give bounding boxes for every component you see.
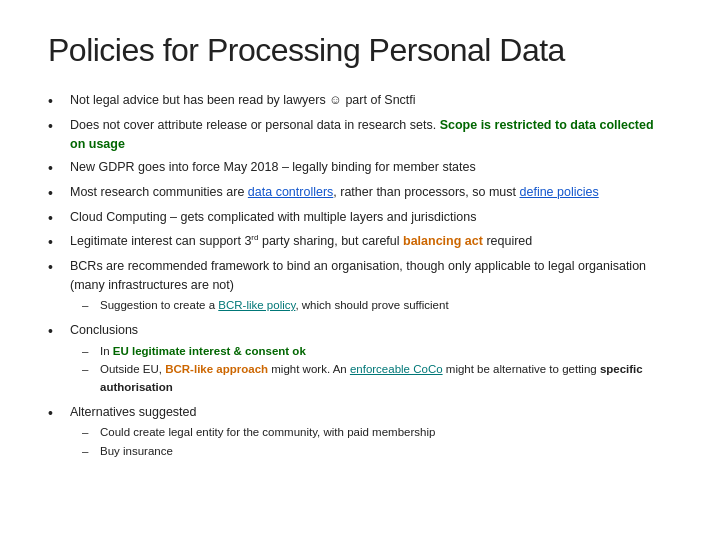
bcr-like-policy-link: BCR-like policy <box>218 299 295 311</box>
bullet-text: Legitimate interest can support 3rd part… <box>70 232 672 252</box>
bullet-icon: • <box>48 233 64 253</box>
sub-list: – Could create legal entity for the comm… <box>82 424 672 461</box>
sub-text: In EU legitimate interest & consent ok <box>100 343 306 361</box>
bcr-approach-highlight: BCR-like approach <box>165 363 268 375</box>
bullet-text: Does not cover attribute release or pers… <box>70 116 672 155</box>
list-item: • Legitimate interest can support 3rd pa… <box>48 232 672 253</box>
bullet-text: Conclusions – In EU legitimate interest … <box>70 321 672 399</box>
bullet-text: BCRs are recommended framework to bind a… <box>70 257 672 318</box>
dash-icon: – <box>82 424 96 442</box>
list-item: • New GDPR goes into force May 2018 – le… <box>48 158 672 179</box>
define-policies-link: define policies <box>520 185 599 199</box>
enforceable-coco-link: enforceable CoCo <box>350 363 443 375</box>
bullet-icon: • <box>48 322 64 342</box>
sub-text: Suggestion to create a BCR-like policy, … <box>100 297 449 315</box>
list-item: • Most research communities are data con… <box>48 183 672 204</box>
list-item: • Not legal advice but has been read by … <box>48 91 672 112</box>
bullet-icon: • <box>48 92 64 112</box>
bullet-icon: • <box>48 258 64 278</box>
bullet-icon: • <box>48 159 64 179</box>
sub-list: – Suggestion to create a BCR-like policy… <box>82 297 672 315</box>
sub-text: Outside EU, BCR-like approach might work… <box>100 361 672 397</box>
balancing-act-highlight: balancing act <box>403 234 483 248</box>
sub-list-item: – Could create legal entity for the comm… <box>82 424 672 442</box>
sub-list-item: – In EU legitimate interest & consent ok <box>82 343 672 361</box>
sub-list: – In EU legitimate interest & consent ok… <box>82 343 672 397</box>
sub-list-item: – Suggestion to create a BCR-like policy… <box>82 297 672 315</box>
slide-content: • Not legal advice but has been read by … <box>48 91 672 516</box>
dash-icon: – <box>82 297 96 315</box>
bullet-icon: • <box>48 404 64 424</box>
sub-list-item: – Outside EU, BCR-like approach might wo… <box>82 361 672 397</box>
sub-text: Could create legal entity for the commun… <box>100 424 435 442</box>
list-item: • Does not cover attribute release or pe… <box>48 116 672 155</box>
sub-list-item: – Buy insurance <box>82 443 672 461</box>
sub-text: Buy insurance <box>100 443 173 461</box>
eu-consent-highlight: EU legitimate interest & consent ok <box>113 345 306 357</box>
scope-highlight: Scope is restricted to data collected on… <box>70 118 654 151</box>
list-item: • Cloud Computing – gets complicated wit… <box>48 208 672 229</box>
main-bullet-list: • Not legal advice but has been read by … <box>48 91 672 463</box>
bullet-text: New GDPR goes into force May 2018 – lega… <box>70 158 672 177</box>
bullet-text: Not legal advice but has been read by la… <box>70 91 672 110</box>
dash-icon: – <box>82 361 96 379</box>
bullet-text: Most research communities are data contr… <box>70 183 672 202</box>
list-item: • Alternatives suggested – Could create … <box>48 403 672 463</box>
list-item: • BCRs are recommended framework to bind… <box>48 257 672 318</box>
data-controllers-link: data controllers <box>248 185 333 199</box>
bullet-icon: • <box>48 117 64 137</box>
bullet-icon: • <box>48 184 64 204</box>
bullet-icon: • <box>48 209 64 229</box>
list-item: • Conclusions – In EU legitimate interes… <box>48 321 672 399</box>
dash-icon: – <box>82 343 96 361</box>
bullet-text: Alternatives suggested – Could create le… <box>70 403 672 463</box>
slide: Policies for Processing Personal Data • … <box>0 0 720 540</box>
slide-title: Policies for Processing Personal Data <box>48 32 672 69</box>
bullet-text: Cloud Computing – gets complicated with … <box>70 208 672 227</box>
dash-icon: – <box>82 443 96 461</box>
